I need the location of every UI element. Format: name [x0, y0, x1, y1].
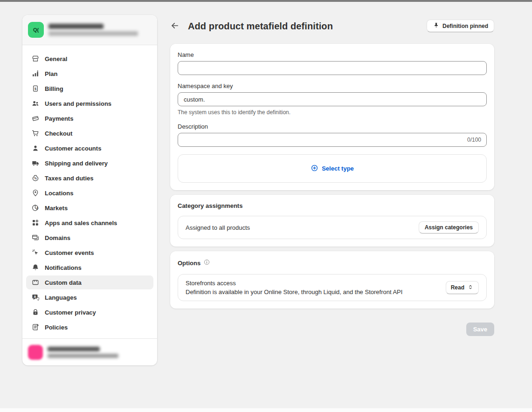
browser-windows-icon — [31, 233, 40, 242]
category-assignment-row: Assigned to all products Assign categori… — [178, 216, 487, 239]
plan-chart-icon — [31, 69, 40, 78]
sidebar-item-label: Checkout — [45, 130, 72, 137]
sidebar-item-label: Custom data — [45, 279, 82, 286]
sidebar-item-general[interactable]: General — [26, 52, 153, 66]
user-email-redacted — [48, 354, 118, 358]
sidebar-item-apps-and-sales-channels[interactable]: Apps and sales channels — [26, 216, 153, 230]
user-name-redacted — [48, 347, 100, 351]
namespace-label: Namespace and key — [178, 82, 487, 89]
main-content: Add product metafield definition Definit… — [170, 19, 494, 336]
back-button[interactable] — [170, 21, 180, 31]
sidebar-item-users-and-permissions[interactable]: Users and permissions — [26, 96, 153, 110]
user-account-row[interactable] — [22, 338, 157, 365]
options-title: Options — [178, 260, 200, 267]
sidebar-item-languages[interactable]: ALanguages — [26, 290, 153, 304]
sidebar-item-shipping-and-delivery[interactable]: Shipping and delivery — [26, 156, 153, 170]
sidebar-item-markets[interactable]: $Markets — [26, 201, 153, 215]
options-card: Options Storefronts access Definition is… — [170, 251, 494, 309]
sidebar-item-billing[interactable]: $Billing — [26, 82, 153, 96]
map-pin-icon — [31, 188, 40, 198]
sidebar-item-label: Shipping and delivery — [45, 160, 108, 167]
sidebar-item-label: Customer privacy — [45, 309, 96, 316]
sidebar-item-customer-accounts[interactable]: Customer accounts — [26, 141, 153, 155]
payment-card-hand-icon — [31, 114, 40, 123]
namespace-input[interactable] — [178, 92, 487, 106]
window-top-edge — [0, 0, 532, 2]
storefronts-access-row: Storefronts access Definition is availab… — [178, 274, 487, 301]
apps-grid-plus-icon — [31, 218, 40, 227]
category-assignment-status: Assigned to all products — [186, 224, 250, 231]
select-type-button[interactable]: Select type — [178, 154, 487, 183]
svg-text:$: $ — [37, 206, 39, 210]
assign-categories-button[interactable]: Assign categories — [419, 221, 479, 233]
description-input[interactable] — [178, 133, 487, 147]
sidebar-item-label: Locations — [45, 190, 73, 197]
sidebar-item-notifications[interactable]: Notifications — [26, 261, 153, 275]
sidebar-item-label: Domains — [45, 234, 70, 241]
page-title: Add product metafield definition — [188, 21, 333, 32]
sidebar-item-custom-data[interactable]: Custom data — [26, 275, 153, 289]
store-avatar: Q( — [28, 22, 44, 38]
storefronts-access-title: Storefronts access — [186, 280, 402, 287]
sidebar-item-customer-events[interactable]: Customer events — [26, 246, 153, 260]
sidebar-item-label: Languages — [45, 294, 77, 301]
truck-icon — [31, 158, 40, 168]
storefront-access-select[interactable]: Read — [446, 281, 479, 294]
sidebar-item-label: Policies — [45, 324, 68, 331]
sidebar-item-label: Markets — [45, 205, 68, 212]
sidebar-item-checkout[interactable]: Checkout — [26, 126, 153, 140]
page-header: Add product metafield definition Definit… — [170, 19, 494, 34]
definition-pinned-button[interactable]: Definition pinned — [427, 20, 494, 32]
sidebar-nav: GeneralPlan$BillingUsers and permissions… — [22, 45, 157, 338]
policy-doc-icon — [31, 323, 40, 332]
sidebar-item-label: Apps and sales channels — [45, 220, 117, 227]
info-circle-icon[interactable] — [203, 259, 210, 268]
sidebar-item-label: Taxes and duties — [45, 175, 94, 182]
name-input[interactable] — [178, 61, 487, 75]
svg-text:%: % — [34, 177, 37, 180]
definition-pinned-label: Definition pinned — [442, 23, 488, 29]
sidebar-item-taxes-and-duties[interactable]: %Taxes and duties — [26, 171, 153, 185]
sidebar-item-label: Payments — [45, 115, 73, 122]
settings-sidebar: Q( GeneralPlan$BillingUsers and permissi… — [22, 15, 157, 365]
sidebar-item-label: Users and permissions — [45, 100, 111, 107]
save-button[interactable]: Save — [466, 323, 494, 336]
translate-bubble-icon: A — [31, 293, 40, 302]
sidebar-item-label: Plan — [45, 70, 57, 77]
cursor-click-icon — [31, 248, 40, 257]
cart-icon — [31, 129, 40, 138]
bell-icon — [31, 263, 40, 272]
sidebar-item-payments[interactable]: Payments — [26, 111, 153, 125]
store-url-redacted — [48, 31, 138, 36]
sidebar-item-label: Customer events — [45, 249, 94, 256]
description-label: Description — [178, 123, 487, 130]
lock-icon — [31, 308, 40, 317]
sidebar-item-locations[interactable]: Locations — [26, 186, 153, 200]
svg-text:$: $ — [35, 87, 36, 91]
money-bag-percent-icon: % — [31, 173, 40, 183]
user-avatar — [28, 345, 43, 360]
sidebar-item-customer-privacy[interactable]: Customer privacy — [26, 305, 153, 319]
users-icon — [31, 99, 40, 108]
sidebar-item-policies[interactable]: Policies — [26, 320, 153, 334]
store-account-switcher[interactable]: Q( — [22, 15, 157, 45]
store-icon — [31, 54, 40, 63]
sidebar-item-label: General — [45, 55, 67, 62]
category-assignments-card: Category assignments Assigned to all pro… — [170, 195, 494, 247]
person-icon — [31, 144, 40, 153]
globe-dollar-icon: $ — [31, 203, 40, 213]
sidebar-item-plan[interactable]: Plan — [26, 67, 153, 81]
circle-plus-icon — [311, 164, 318, 173]
definition-card: Name Namespace and key The system uses t… — [170, 44, 494, 190]
sidebar-item-label: Billing — [45, 85, 63, 92]
sidebar-item-domains[interactable]: Domains — [26, 231, 153, 245]
name-label: Name — [178, 51, 487, 58]
storefront-access-value: Read — [451, 284, 464, 291]
sidebar-item-label: Customer accounts — [45, 145, 101, 152]
store-name-redacted — [48, 24, 104, 29]
receipt-dollar-icon: $ — [31, 84, 40, 93]
select-type-label: Select type — [322, 165, 354, 172]
category-assignments-title: Category assignments — [178, 202, 242, 209]
namespace-help-text: The system uses this to identify the def… — [178, 109, 487, 116]
svg-text:A: A — [34, 295, 36, 298]
